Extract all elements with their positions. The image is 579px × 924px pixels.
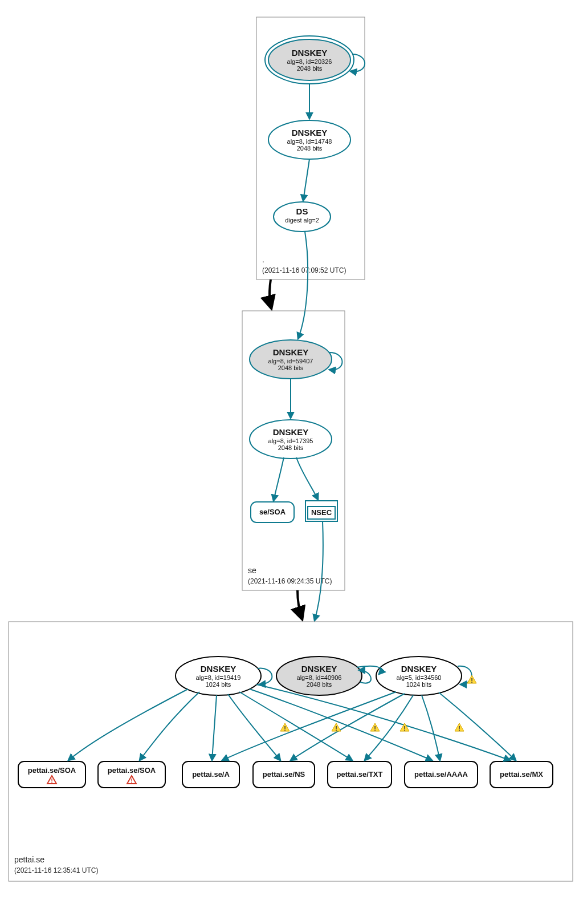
zone-pettai-timestamp: (2021-11-16 12:35:41 UTC) bbox=[14, 866, 98, 874]
svg-text:alg=8, id=40906: alg=8, id=40906 bbox=[297, 674, 342, 681]
node-pettai-key1: DNSKEY alg=8, id=19419 1024 bits bbox=[176, 656, 261, 695]
node-se-zsk: DNSKEY alg=8, id=17395 2048 bits bbox=[250, 420, 332, 459]
svg-text:DNSKEY: DNSKEY bbox=[292, 48, 328, 58]
zone-pettai-label: pettai.se bbox=[14, 855, 44, 864]
zone-se-label: se bbox=[248, 566, 256, 575]
warn-icon: ! bbox=[370, 723, 380, 732]
svg-text:pettai.se/AAAA: pettai.se/AAAA bbox=[414, 770, 468, 779]
zone-root: . (2021-11-16 07:09:52 UTC) DNSKEY alg=8… bbox=[256, 17, 365, 279]
node-root-zsk: DNSKEY alg=8, id=14748 2048 bits bbox=[268, 120, 350, 159]
svg-text:!: ! bbox=[335, 725, 337, 732]
edge-se-zsk-soa bbox=[274, 457, 284, 501]
svg-text:DNSKEY: DNSKEY bbox=[401, 664, 437, 674]
edge-se-zsk-nsec bbox=[296, 457, 318, 500]
edge-root-to-se-zone bbox=[270, 279, 271, 308]
svg-text:!: ! bbox=[403, 725, 406, 732]
node-pettai-key3: DNSKEY alg=5, id=34560 1024 bits bbox=[376, 656, 462, 695]
node-leaf-a: pettai.se/A bbox=[182, 761, 239, 788]
node-root-ksk: DNSKEY alg=8, id=20326 2048 bits bbox=[265, 36, 354, 84]
node-root-ds: DS digest alg=2 bbox=[274, 202, 331, 232]
svg-text:NSEC: NSEC bbox=[311, 508, 332, 517]
zone-root-label: . bbox=[262, 255, 264, 264]
svg-text:!: ! bbox=[374, 725, 376, 732]
zone-se-timestamp: (2021-11-16 09:24:35 UTC) bbox=[248, 577, 332, 585]
svg-text:2048 bits: 2048 bits bbox=[297, 65, 323, 72]
svg-text:alg=8, id=19419: alg=8, id=19419 bbox=[196, 674, 241, 681]
svg-text:1024 bits: 1024 bits bbox=[406, 681, 432, 688]
svg-text:digest alg=2: digest alg=2 bbox=[285, 217, 319, 224]
edge-root-zsk-ds bbox=[303, 159, 309, 201]
svg-text:DS: DS bbox=[296, 206, 308, 216]
svg-text:alg=8, id=14748: alg=8, id=14748 bbox=[287, 138, 332, 145]
svg-text:2048 bits: 2048 bits bbox=[297, 145, 323, 152]
svg-text:se/SOA: se/SOA bbox=[259, 508, 286, 516]
warn-icon: ! bbox=[280, 723, 290, 732]
zone-se: se (2021-11-16 09:24:35 UTC) DNSKEY alg=… bbox=[242, 311, 345, 590]
svg-text:pettai.se/A: pettai.se/A bbox=[192, 770, 230, 779]
svg-text:DNSKEY: DNSKEY bbox=[201, 664, 237, 674]
node-leaf-mx: pettai.se/MX bbox=[490, 761, 553, 788]
svg-text:pettai.se/MX: pettai.se/MX bbox=[500, 770, 543, 779]
node-leaf-aaaa: pettai.se/AAAA bbox=[405, 761, 478, 788]
svg-text:pettai.se/NS: pettai.se/NS bbox=[263, 770, 305, 779]
svg-text:DNSKEY: DNSKEY bbox=[273, 427, 309, 437]
edge-se-nsec-down bbox=[315, 521, 323, 621]
svg-text:alg=8, id=17395: alg=8, id=17395 bbox=[268, 437, 313, 444]
dnssec-diagram: . (2021-11-16 07:09:52 UTC) DNSKEY alg=8… bbox=[0, 0, 579, 924]
edge-root-ksk-self bbox=[350, 54, 365, 71]
svg-text:DNSKEY: DNSKEY bbox=[301, 664, 337, 674]
node-se-ksk: DNSKEY alg=8, id=59407 2048 bits bbox=[250, 340, 332, 379]
svg-text:alg=8, id=59407: alg=8, id=59407 bbox=[268, 358, 313, 364]
svg-text:!: ! bbox=[51, 777, 53, 784]
edge-root-ds-to-se-ksk bbox=[298, 232, 308, 339]
svg-text:alg=5, id=34560: alg=5, id=34560 bbox=[397, 674, 442, 681]
svg-text:pettai.se/SOA: pettai.se/SOA bbox=[28, 766, 76, 775]
svg-text:!: ! bbox=[131, 777, 133, 784]
node-pettai-key2: DNSKEY alg=8, id=40906 2048 bits bbox=[276, 656, 362, 695]
zone-root-timestamp: (2021-11-16 07:09:52 UTC) bbox=[262, 266, 346, 274]
svg-text:alg=8, id=20326: alg=8, id=20326 bbox=[287, 58, 332, 65]
zone-pettai: pettai.se (2021-11-16 12:35:41 UTC) DNSK… bbox=[9, 622, 573, 881]
svg-text:pettai.se/SOA: pettai.se/SOA bbox=[108, 766, 156, 775]
svg-text:pettai.se/TXT: pettai.se/TXT bbox=[337, 770, 383, 779]
svg-rect-27 bbox=[9, 622, 573, 881]
warn-icon: ! bbox=[467, 675, 476, 684]
edge-se-to-pettai-zone bbox=[297, 590, 302, 619]
node-leaf-ns: pettai.se/NS bbox=[253, 761, 315, 788]
svg-text:2048 bits: 2048 bits bbox=[278, 444, 304, 451]
svg-text:2048 bits: 2048 bits bbox=[307, 681, 332, 688]
node-se-nsec: NSEC bbox=[305, 501, 337, 521]
node-leaf-txt: pettai.se/TXT bbox=[328, 761, 392, 788]
svg-text:!: ! bbox=[471, 677, 473, 684]
svg-text:DNSKEY: DNSKEY bbox=[292, 128, 328, 137]
svg-text:!: ! bbox=[284, 725, 286, 732]
svg-text:2048 bits: 2048 bits bbox=[278, 364, 304, 371]
warn-icon: ! bbox=[455, 723, 464, 732]
node-se-soa: se/SOA bbox=[251, 502, 294, 522]
warn-icon: ! bbox=[332, 723, 341, 732]
svg-text:!: ! bbox=[458, 725, 460, 732]
svg-text:DNSKEY: DNSKEY bbox=[273, 347, 309, 357]
svg-text:1024 bits: 1024 bits bbox=[206, 681, 231, 688]
